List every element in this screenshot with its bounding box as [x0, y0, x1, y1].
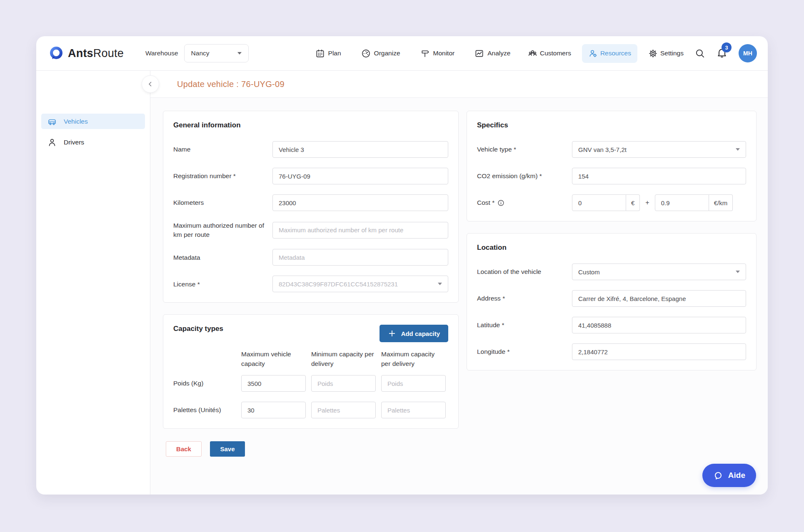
field-max-km: Maximum authorized number of km per rout…: [173, 221, 448, 239]
nav-settings-label: Settings: [660, 50, 684, 57]
vehicle-type-value: GNV van 3,5-7,2t: [578, 146, 627, 153]
gauge-icon: [361, 49, 371, 58]
nav-analyze[interactable]: Analyze: [474, 49, 510, 58]
cost-label: Cost *: [477, 198, 494, 207]
nav-plan[interactable]: Plan: [315, 49, 341, 58]
nav-monitor-label: Monitor: [433, 50, 455, 57]
longitude-input[interactable]: [572, 343, 746, 360]
nav-organize[interactable]: Organize: [361, 49, 400, 58]
warehouse-label: Warehouse: [145, 50, 178, 57]
help-button[interactable]: Aide: [702, 464, 756, 487]
capacity-col-max-delivery: Maximum capacity per delivery: [381, 350, 446, 375]
capacity-row-poids-label: Poids (Kg): [173, 380, 236, 387]
registration-input[interactable]: [272, 168, 448, 184]
add-capacity-button[interactable]: Add capacity: [380, 325, 448, 342]
notifications-button[interactable]: 3: [716, 47, 728, 60]
chart-icon: [474, 49, 484, 58]
capacity-col-min-delivery: Minimum capacity per delivery: [311, 350, 376, 375]
signpost-icon: [420, 49, 430, 58]
latitude-input[interactable]: [572, 317, 746, 333]
search-button[interactable]: [694, 48, 705, 59]
cost-per-km-input[interactable]: [655, 194, 709, 211]
cost-per-km-unit: €/km: [709, 194, 733, 211]
nav-organize-label: Organize: [374, 50, 400, 57]
capacity-types-title: Capacity types: [173, 325, 223, 333]
specifics-title: Specifics: [477, 121, 746, 129]
license-value: 82D43C38C99F87DFC61CC54152875231: [279, 281, 398, 288]
field-cost: Cost * € + €/km: [477, 194, 746, 211]
back-button[interactable]: Back: [166, 441, 202, 457]
license-select[interactable]: 82D43C38C99F87DFC61CC54152875231: [272, 276, 448, 292]
brand-text: AntsRoute: [68, 47, 124, 60]
sidebar-vehicles-label: Vehicles: [64, 118, 88, 125]
poids-min-delivery-input[interactable]: [311, 375, 376, 392]
chat-bubble-icon: [713, 470, 723, 480]
warehouse-value: Nancy: [191, 50, 210, 57]
main-nav: Plan Organize Monitor: [315, 49, 511, 58]
palettes-min-delivery-input[interactable]: [311, 402, 376, 418]
nav-customers[interactable]: Customers: [528, 49, 571, 58]
field-location-of-vehicle: Location of the vehicle Custom: [477, 264, 746, 280]
general-information-card: General information Name Registration nu…: [163, 111, 459, 303]
registration-label: Registration number *: [173, 172, 272, 181]
help-label: Aide: [728, 471, 745, 480]
kilometers-input[interactable]: [272, 194, 448, 211]
nav-analyze-label: Analyze: [487, 50, 510, 57]
chevron-down-icon: [736, 271, 740, 273]
nav-plan-label: Plan: [328, 50, 341, 57]
kilometers-label: Kilometers: [173, 198, 272, 207]
top-navbar: AntsRoute Warehouse Nancy Plan: [36, 36, 768, 71]
plus-icon: [388, 329, 396, 338]
location-of-vehicle-value: Custom: [578, 268, 600, 276]
palettes-max-vehicle-input[interactable]: [241, 402, 306, 418]
field-kilometers: Kilometers: [173, 194, 448, 211]
nav-customers-label: Customers: [540, 50, 571, 57]
cost-fixed-input[interactable]: [572, 194, 626, 211]
sidebar: Vehicles Drivers: [36, 71, 150, 495]
field-name: Name: [173, 141, 448, 158]
sidebar-item-vehicles[interactable]: Vehicles: [41, 114, 145, 129]
poids-max-delivery-input[interactable]: [381, 375, 446, 392]
nav-monitor[interactable]: Monitor: [420, 49, 455, 58]
nav-resources[interactable]: Resources: [582, 44, 637, 63]
vehicle-type-select[interactable]: GNV van 3,5-7,2t: [572, 141, 746, 158]
antsroute-logo-icon: [49, 46, 64, 61]
license-label: License *: [173, 280, 272, 289]
vehicle-type-label: Vehicle type *: [477, 145, 572, 154]
calendar-icon: [315, 49, 325, 58]
field-license: License * 82D43C38C99F87DFC61CC541528752…: [173, 276, 448, 292]
user-avatar[interactable]: MH: [739, 44, 757, 62]
sidebar-item-drivers[interactable]: Drivers: [41, 134, 145, 150]
field-address: Address *: [477, 290, 746, 307]
address-input[interactable]: [572, 290, 746, 307]
general-information-title: General information: [173, 121, 448, 129]
chevron-down-icon: [237, 52, 242, 55]
field-co2: CO2 emission (g/km) *: [477, 168, 746, 184]
page-title: Update vehicle : 76-UYG-09: [177, 80, 285, 89]
specifics-card: Specifics Vehicle type * GNV van 3,5-7,2…: [467, 111, 757, 221]
field-longitude: Longitude *: [477, 343, 746, 360]
back-chevron-button[interactable]: [142, 75, 159, 93]
save-button[interactable]: Save: [210, 441, 245, 457]
longitude-label: Longitude *: [477, 347, 572, 356]
metadata-input[interactable]: [272, 249, 448, 266]
brand-logo[interactable]: AntsRoute: [49, 46, 124, 61]
warehouse-select[interactable]: Nancy: [184, 44, 249, 62]
co2-input[interactable]: [572, 168, 746, 184]
capacity-col-max-vehicle: Maximum vehicle capacity: [241, 350, 306, 375]
location-of-vehicle-select[interactable]: Custom: [572, 264, 746, 280]
capacity-row-palettes-label: Palettes (Unités): [173, 406, 236, 414]
gear-icon: [648, 49, 658, 58]
field-vehicle-type: Vehicle type * GNV van 3,5-7,2t: [477, 141, 746, 158]
name-input[interactable]: [272, 141, 448, 158]
max-km-label: Maximum authorized number of km per rout…: [173, 221, 272, 239]
capacity-types-card: Capacity types Add capacity: [163, 314, 459, 429]
cost-plus-separator: +: [645, 199, 649, 206]
name-label: Name: [173, 145, 272, 154]
nav-settings[interactable]: Settings: [648, 49, 684, 58]
palettes-max-delivery-input[interactable]: [381, 402, 446, 418]
app-window: AntsRoute Warehouse Nancy Plan: [36, 36, 768, 495]
poids-max-vehicle-input[interactable]: [241, 375, 306, 392]
chevron-down-icon: [736, 148, 740, 151]
max-km-input[interactable]: [272, 222, 448, 239]
